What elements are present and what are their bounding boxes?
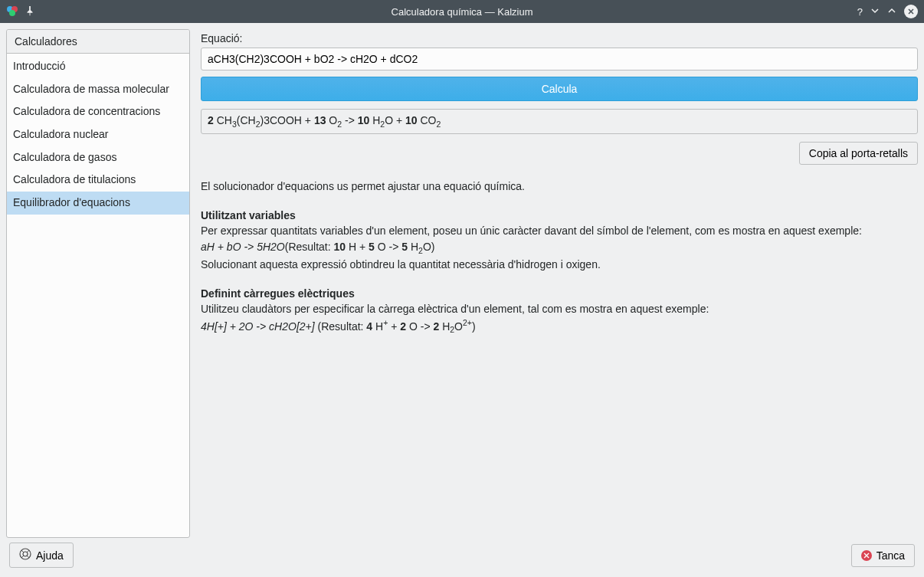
section1-title: Utilitzant variables bbox=[201, 209, 296, 221]
result-display: 2 CH3(CH2)3COOH + 13 O2 -> 10 H2O + 10 C… bbox=[201, 109, 918, 134]
sidebar-item-titration[interactable]: Calculadora de titulacions bbox=[7, 169, 189, 192]
section2-title: Definint càrregues elèctriques bbox=[201, 287, 355, 300]
titlebar-help-icon[interactable]: ? bbox=[857, 6, 863, 18]
app-icon bbox=[6, 5, 18, 19]
sidebar-header: Calculadores bbox=[7, 30, 189, 54]
sidebar-item-nuclear[interactable]: Calculadora nuclear bbox=[7, 123, 189, 146]
sidebar-item-intro[interactable]: Introducció bbox=[7, 55, 189, 78]
sidebar-item-gas[interactable]: Calculadora de gasos bbox=[7, 146, 189, 169]
equation-input[interactable] bbox=[201, 48, 918, 70]
equation-label: Equació: bbox=[201, 32, 918, 44]
sidebar-item-molecular-mass[interactable]: Calculadora de massa molecular bbox=[7, 78, 189, 101]
content: Calculadores Introducció Calculadora de … bbox=[0, 23, 924, 577]
main-pane: Equació: Calcula 2 CH3(CH2)3COOH + 13 O2… bbox=[201, 29, 918, 538]
minimize-icon[interactable] bbox=[870, 6, 880, 18]
close-icon bbox=[861, 550, 872, 561]
sidebar-item-equation-balancer[interactable]: Equilibrador d'equacions bbox=[7, 192, 189, 215]
app-window: Calculadora química — Kalzium ? Calculad… bbox=[0, 0, 924, 577]
close-button-label: Tanca bbox=[876, 549, 905, 562]
svg-point-2 bbox=[9, 10, 15, 16]
help-text: El solucionador d'equacions us permet aj… bbox=[201, 179, 918, 336]
maximize-icon[interactable] bbox=[887, 6, 896, 18]
help-lifebuoy-icon bbox=[19, 548, 31, 562]
section1-body: Per expressar quantitats variables d'un … bbox=[201, 223, 918, 238]
sidebar-list: Introducció Calculadora de massa molecul… bbox=[7, 54, 189, 537]
window-close-button[interactable] bbox=[904, 5, 918, 18]
section1-tail: Solucionant aquesta expressió obtindreu … bbox=[201, 257, 918, 272]
window-title: Calculadora química — Kalzium bbox=[392, 6, 533, 18]
calculate-button[interactable]: Calcula bbox=[201, 77, 918, 101]
section2-example: 4H[+] + 2O -> cH2O[2+] (Resultat: 4 H+ +… bbox=[201, 317, 918, 336]
section2-body: Utilitzeu claudàtors per especificar la … bbox=[201, 301, 918, 316]
sidebar: Calculadores Introducció Calculadora de … bbox=[6, 29, 190, 538]
footer: Ajuda Tanca bbox=[6, 538, 918, 571]
help-button[interactable]: Ajuda bbox=[9, 543, 74, 568]
close-button[interactable]: Tanca bbox=[851, 544, 915, 567]
section1-example: aH + bO -> 5H2O(Resultat: 10 H + 5 O -> … bbox=[201, 239, 918, 257]
copy-clipboard-button[interactable]: Copia al porta-retalls bbox=[799, 142, 918, 165]
titlebar: Calculadora química — Kalzium ? bbox=[0, 0, 924, 23]
sidebar-item-concentrations[interactable]: Calculadora de concentracions bbox=[7, 100, 189, 123]
help-button-label: Ajuda bbox=[36, 549, 64, 562]
description-text: El solucionador d'equacions us permet aj… bbox=[201, 179, 918, 194]
pin-icon[interactable] bbox=[25, 5, 35, 18]
